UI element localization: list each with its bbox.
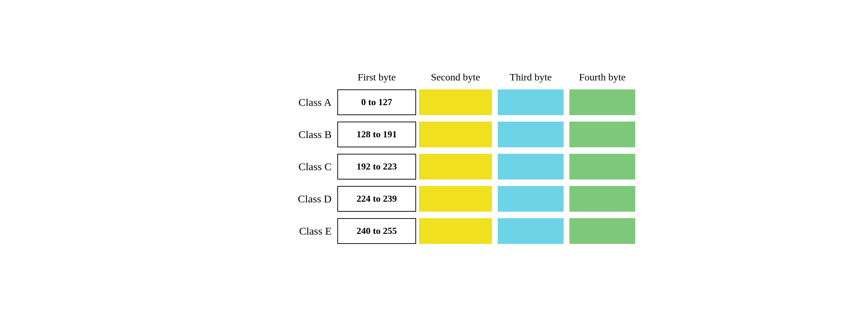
first-byte-0: 0 to 127 [337,89,416,115]
second-byte-3 [419,186,492,212]
main-container: First byte Second byte Third byte Fourth… [273,69,595,250]
second-byte-2 [419,154,492,180]
second-byte-4 [419,218,492,244]
header-row: First byte Second byte Third byte Fourth… [273,69,595,86]
data-row-2: Class C 192 to 223 [273,154,595,180]
first-byte-3: 224 to 239 [337,186,416,212]
fourth-byte-1 [569,122,635,147]
data-row-0: Class A 0 to 127 [273,89,595,115]
third-byte-1 [498,122,564,147]
second-byte-1 [419,122,492,147]
second-byte-0 [419,89,492,115]
header-third-byte: Third byte [495,69,566,86]
third-byte-4 [498,218,564,244]
header-empty [273,69,337,86]
third-byte-3 [498,186,564,212]
class-label-1: Class B [273,128,337,141]
header-first-byte: First byte [337,69,416,86]
data-row-1: Class B 128 to 191 [273,122,595,147]
third-byte-0 [498,89,564,115]
class-label-4: Class E [273,225,337,237]
first-byte-4: 240 to 255 [337,218,416,244]
class-label-2: Class C [273,161,337,173]
class-label-3: Class D [273,193,337,205]
fourth-byte-4 [569,218,635,244]
header-fourth-byte: Fourth byte [566,69,638,86]
header-second-byte: Second byte [416,69,495,86]
data-row-3: Class D 224 to 239 [273,186,595,212]
fourth-byte-2 [569,154,635,180]
class-label-0: Class A [273,96,337,108]
data-row-4: Class E 240 to 255 [273,218,595,244]
first-byte-2: 192 to 223 [337,154,416,180]
fourth-byte-0 [569,89,635,115]
first-byte-1: 128 to 191 [337,122,416,147]
fourth-byte-3 [569,186,635,212]
rows-container: Class A 0 to 127 Class B 128 to 191 Clas… [273,89,595,244]
third-byte-2 [498,154,564,180]
